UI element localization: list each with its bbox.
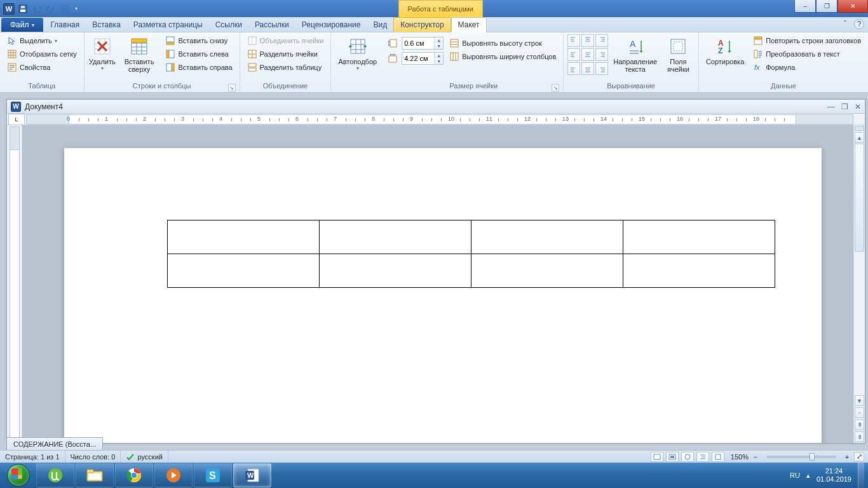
vertical-scrollbar[interactable]: ▲ ▼ ◦ ⇞ ⇟ bbox=[853, 125, 865, 443]
text-direction-button[interactable]: A Направление текста bbox=[611, 34, 660, 75]
tab-file[interactable]: Файл bbox=[1, 18, 43, 32]
doc-minimize-icon[interactable]: — bbox=[827, 102, 835, 111]
view-draft-icon[interactable] bbox=[712, 452, 724, 462]
split-cells-button[interactable]: Разделить ячейки bbox=[244, 48, 327, 60]
rowscols-launcher[interactable]: ↘ bbox=[228, 84, 236, 92]
zoom-fit-icon[interactable]: ⤢ bbox=[854, 452, 864, 461]
align-tc[interactable] bbox=[581, 34, 594, 47]
table-row[interactable] bbox=[168, 220, 775, 254]
delete-button[interactable]: Удалить bbox=[88, 34, 116, 73]
tab-view[interactable]: Вид bbox=[367, 18, 393, 32]
taskbar-skype[interactable]: S bbox=[194, 463, 232, 487]
next-page-icon[interactable]: ⇟ bbox=[855, 431, 864, 442]
zoom-in-icon[interactable]: + bbox=[843, 453, 851, 461]
vertical-ruler[interactable] bbox=[10, 126, 20, 443]
scroll-thumb[interactable] bbox=[855, 144, 864, 252]
taskbar-chrome[interactable] bbox=[115, 463, 153, 487]
horizontal-ruler[interactable]: 0123456789101112131415161718 bbox=[26, 114, 853, 125]
tab-review[interactable]: Рецензирование bbox=[295, 18, 367, 32]
table-cell[interactable] bbox=[320, 220, 471, 254]
tab-insert[interactable]: Вставка bbox=[86, 18, 127, 32]
show-desktop-button[interactable] bbox=[858, 463, 864, 488]
document-table[interactable] bbox=[167, 220, 775, 288]
align-br[interactable] bbox=[595, 62, 608, 75]
view-fullscreen-icon[interactable] bbox=[666, 452, 679, 462]
convert-button[interactable]: Преобразовать в текст bbox=[750, 48, 864, 60]
align-bl[interactable] bbox=[567, 62, 580, 75]
table-cell[interactable] bbox=[623, 220, 775, 254]
tab-mailings[interactable]: Рассылки bbox=[248, 18, 295, 32]
autofit-button[interactable]: Автоподбор bbox=[335, 34, 380, 73]
sort-button[interactable]: AZ Сортировка bbox=[703, 34, 747, 67]
align-mc[interactable] bbox=[581, 48, 594, 61]
undo-icon[interactable] bbox=[31, 3, 43, 15]
align-tl[interactable] bbox=[567, 34, 580, 47]
taskbar-utorrent[interactable] bbox=[36, 463, 74, 487]
start-button[interactable] bbox=[1, 463, 36, 488]
taskbar-media[interactable] bbox=[154, 463, 193, 487]
insert-above-button[interactable]: Вставить сверху bbox=[119, 34, 160, 75]
view-outline-icon[interactable] bbox=[696, 452, 709, 462]
tab-layout[interactable]: Макет bbox=[451, 17, 487, 32]
align-ml[interactable] bbox=[567, 48, 580, 61]
doc-restore-icon[interactable]: ❐ bbox=[841, 102, 848, 111]
split-table-button[interactable]: Разделить таблицу bbox=[244, 61, 327, 74]
prev-page-icon[interactable]: ⇞ bbox=[855, 419, 864, 430]
doc-close-icon[interactable]: ✕ bbox=[855, 102, 861, 111]
status-language[interactable]: русский bbox=[121, 451, 168, 463]
size-launcher[interactable]: ↘ bbox=[552, 84, 559, 92]
cell-margins-button[interactable]: Поля ячейки bbox=[662, 34, 695, 75]
repeat-header-button[interactable]: Повторить строки заголовков bbox=[750, 34, 864, 47]
height-up[interactable]: ▲ bbox=[435, 37, 443, 43]
align-mr[interactable] bbox=[595, 48, 608, 61]
view-web-icon[interactable] bbox=[681, 452, 694, 462]
zoom-level[interactable]: 150% bbox=[731, 453, 749, 461]
page-area[interactable] bbox=[22, 125, 853, 443]
zoom-out-icon[interactable]: − bbox=[751, 453, 760, 461]
align-bc[interactable] bbox=[581, 62, 594, 75]
table-cell[interactable] bbox=[471, 220, 623, 254]
height-input-wrap[interactable]: ▲▼ bbox=[402, 37, 444, 50]
zoom-slider[interactable] bbox=[766, 456, 836, 458]
maximize-button[interactable]: ❐ bbox=[816, 0, 837, 13]
distribute-rows-button[interactable]: Выровнять высоту строк bbox=[446, 37, 559, 50]
save-icon[interactable] bbox=[17, 3, 29, 15]
width-input[interactable] bbox=[402, 55, 434, 62]
tab-home[interactable]: Главная bbox=[44, 18, 86, 32]
taskbar-word[interactable]: W bbox=[233, 463, 271, 487]
split-handle[interactable] bbox=[855, 126, 864, 131]
height-down[interactable]: ▼ bbox=[435, 43, 443, 49]
tab-selector[interactable]: L bbox=[8, 114, 25, 125]
qat-extra-icon[interactable] bbox=[58, 3, 71, 15]
tab-references[interactable]: Ссылки bbox=[209, 18, 248, 32]
width-up[interactable]: ▲ bbox=[435, 53, 443, 58]
table-cell[interactable] bbox=[168, 220, 320, 254]
tray-language[interactable]: RU bbox=[790, 471, 800, 479]
qat-customize-icon[interactable]: ▾ bbox=[72, 3, 80, 15]
properties-button[interactable]: Свойства bbox=[4, 61, 80, 74]
redo-icon[interactable] bbox=[44, 3, 57, 15]
insert-left-button[interactable]: Вставить слева bbox=[162, 48, 235, 60]
help-icon[interactable]: ? bbox=[854, 19, 864, 29]
formula-button[interactable]: fxФормула bbox=[750, 61, 864, 74]
scroll-down-icon[interactable]: ▼ bbox=[855, 395, 864, 406]
table-cell[interactable] bbox=[320, 254, 471, 288]
table-cell[interactable] bbox=[623, 254, 775, 288]
taskbar-explorer[interactable] bbox=[76, 463, 114, 487]
close-button[interactable]: ✕ bbox=[837, 0, 868, 13]
distribute-cols-button[interactable]: Выровнять ширину столбцов bbox=[446, 50, 559, 63]
table-row[interactable] bbox=[168, 254, 775, 288]
tray-clock[interactable]: 21:24 01.04.2019 bbox=[817, 467, 851, 484]
minimize-button[interactable]: – bbox=[794, 0, 816, 13]
select-button[interactable]: Выделить bbox=[4, 34, 80, 47]
view-print-layout-icon[interactable] bbox=[651, 452, 663, 462]
width-input-wrap[interactable]: ▲▼ bbox=[402, 52, 444, 65]
gridlines-button[interactable]: Отобразить сетку bbox=[4, 48, 80, 60]
browse-object-icon[interactable]: ◦ bbox=[855, 407, 864, 418]
tab-design[interactable]: Конструктор bbox=[393, 17, 451, 32]
minimize-ribbon-icon[interactable]: ˆ bbox=[840, 19, 850, 29]
status-page[interactable]: Страница: 1 из 1 bbox=[0, 451, 65, 463]
scroll-up-icon[interactable]: ▲ bbox=[855, 132, 864, 143]
scroll-track[interactable] bbox=[854, 144, 865, 395]
zoom-thumb[interactable] bbox=[810, 453, 815, 461]
